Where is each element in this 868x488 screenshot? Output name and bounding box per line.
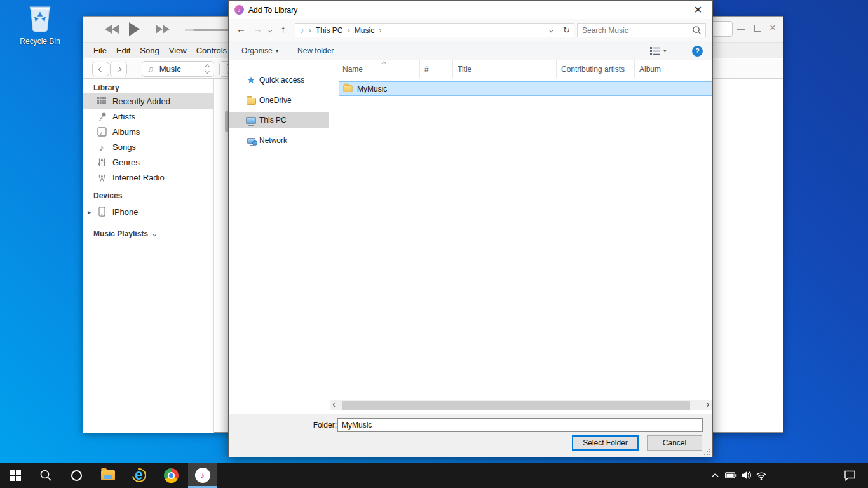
new-folder-button[interactable]: New folder — [297, 41, 334, 60]
organise-button[interactable]: Organise ▾ — [241, 41, 278, 60]
sidebar-item-genres[interactable]: Genres — [83, 154, 214, 170]
music-note-icon: ♪ — [96, 142, 107, 152]
place-quick-access[interactable]: ★ Quick access — [229, 72, 329, 88]
breadcrumb-this-pc[interactable]: This PC — [316, 26, 343, 35]
start-button[interactable] — [3, 463, 28, 488]
cancel-button[interactable]: Cancel — [647, 435, 702, 451]
sidebar-item-label: Albums — [112, 127, 140, 137]
sidebar-item-iphone[interactable]: ▸ iPhone — [83, 204, 214, 219]
svg-text:♪: ♪ — [100, 129, 103, 135]
rewind-button[interactable] — [105, 25, 119, 34]
itunes-icon: ♪ — [195, 468, 210, 483]
scroll-left-arrow-icon[interactable] — [330, 400, 341, 410]
action-center-icon — [844, 470, 856, 481]
forward-arrow-icon[interactable]: → — [253, 24, 262, 34]
speaker-icon — [741, 470, 752, 480]
help-button[interactable]: ? — [692, 41, 703, 60]
itunes-sidebar: Library Recently Added Artists ♪ — [83, 79, 214, 433]
dialog-navbar: ← → ↑ ♪ › This PC › Music › ↻ — [229, 19, 712, 41]
action-center-button[interactable] — [840, 463, 859, 488]
volume-indicator[interactable] — [738, 463, 754, 488]
up-arrow-icon[interactable]: ↑ — [281, 24, 286, 34]
menu-view[interactable]: View — [169, 46, 187, 55]
search-input[interactable] — [578, 26, 692, 35]
folder-name-input[interactable] — [337, 418, 703, 432]
list-view-icon — [649, 46, 660, 56]
close-icon[interactable]: × — [770, 22, 776, 34]
scroll-right-arrow-icon[interactable] — [702, 400, 712, 410]
column-title[interactable]: Title — [453, 60, 557, 78]
place-this-pc[interactable]: This PC — [229, 112, 329, 128]
search-icon[interactable] — [692, 25, 702, 35]
resize-grip[interactable] — [709, 454, 711, 456]
tray-expand-button[interactable] — [708, 463, 722, 488]
music-playlists-header[interactable]: Music Playlists — [93, 229, 156, 238]
menu-controls[interactable]: Controls — [196, 46, 227, 55]
file-row-mymusic[interactable]: MyMusic — [339, 81, 712, 96]
close-icon[interactable]: ✕ — [684, 1, 712, 19]
taskbar: e ♪ — [0, 463, 868, 488]
recycle-bin[interactable]: Recycle Bin — [14, 5, 66, 46]
back-button[interactable] — [92, 62, 109, 76]
music-folder-icon: ♪ — [300, 25, 304, 35]
play-button[interactable] — [129, 22, 140, 36]
breadcrumb-separator-icon[interactable]: › — [379, 25, 381, 35]
sidebar-item-artists[interactable]: Artists — [83, 109, 214, 124]
help-icon: ? — [692, 46, 703, 57]
chrome-button[interactable] — [158, 463, 184, 488]
back-arrow-icon[interactable]: ← — [236, 24, 246, 34]
chevron-up-icon — [711, 471, 719, 479]
address-dropdown-chevron-icon[interactable] — [543, 29, 559, 32]
sidebar-item-recently-added[interactable]: Recently Added — [83, 93, 214, 109]
internet-explorer-button[interactable]: e — [126, 463, 153, 488]
dropdown-caret-icon: ▾ — [276, 48, 279, 54]
menu-edit[interactable]: Edit — [116, 46, 130, 55]
place-network[interactable]: Network — [229, 133, 329, 148]
column-contributing-artists[interactable]: Contributing artists — [557, 60, 635, 78]
place-onedrive[interactable]: OneDrive — [229, 93, 329, 108]
battery-indicator[interactable] — [723, 463, 738, 488]
cortana-button[interactable] — [64, 463, 89, 488]
minimize-icon[interactable] — [737, 29, 745, 30]
breadcrumb-music[interactable]: Music — [355, 26, 374, 35]
menu-song[interactable]: Song — [140, 46, 159, 55]
forward-button[interactable] — [110, 62, 127, 76]
wifi-indicator[interactable] — [754, 463, 769, 488]
taskbar-search-button[interactable] — [33, 463, 58, 488]
menu-file[interactable]: File — [93, 46, 107, 55]
breadcrumb-separator-icon[interactable]: › — [348, 25, 350, 35]
scrollbar-thumb[interactable] — [342, 401, 690, 410]
file-list-header: Name # Title Contributing artists Album — [338, 60, 712, 78]
library-selector[interactable]: ♫ Music — [142, 61, 214, 77]
horizontal-scrollbar[interactable] — [330, 400, 712, 410]
disclosure-triangle-icon[interactable]: ▸ — [88, 208, 91, 215]
itunes-taskbar-button[interactable]: ♪ — [188, 463, 217, 488]
column-album[interactable]: Album — [635, 60, 712, 78]
file-name: MyMusic — [357, 85, 387, 93]
organise-label: Organise — [241, 46, 273, 55]
file-explorer-button[interactable] — [95, 463, 121, 488]
breadcrumb-separator-icon[interactable]: › — [309, 25, 311, 35]
column-number[interactable]: # — [420, 60, 453, 78]
sidebar-item-label: Songs — [112, 142, 136, 152]
iphone-icon — [96, 207, 107, 217]
select-folder-button[interactable]: Select Folder — [572, 435, 639, 451]
recent-locations-chevron-icon[interactable] — [268, 28, 272, 32]
new-folder-label: New folder — [297, 46, 334, 55]
add-to-library-dialog: ♪ Add To Library ✕ ← → ↑ ♪ › This PC › M… — [228, 0, 713, 457]
sidebar-item-albums[interactable]: ♪ Albums — [83, 124, 214, 139]
chevron-down-icon — [153, 232, 156, 236]
grid-icon — [96, 97, 107, 105]
windows-logo-icon — [10, 470, 21, 481]
quick-access-star-icon: ★ — [245, 74, 257, 86]
sidebar-item-internet-radio[interactable]: Internet Radio — [83, 170, 214, 185]
fast-forward-button[interactable] — [156, 25, 170, 34]
address-bar[interactable]: ♪ › This PC › Music › ↻ — [295, 23, 574, 37]
sidebar-item-songs[interactable]: ♪ Songs — [83, 139, 214, 154]
maximize-icon[interactable] — [754, 25, 761, 32]
place-label: Quick access — [259, 76, 304, 85]
refresh-icon[interactable]: ↻ — [559, 24, 574, 37]
library-selector-value: Music — [159, 64, 181, 74]
view-mode-button[interactable]: ▾ — [649, 41, 667, 60]
column-name[interactable]: Name — [338, 60, 420, 78]
